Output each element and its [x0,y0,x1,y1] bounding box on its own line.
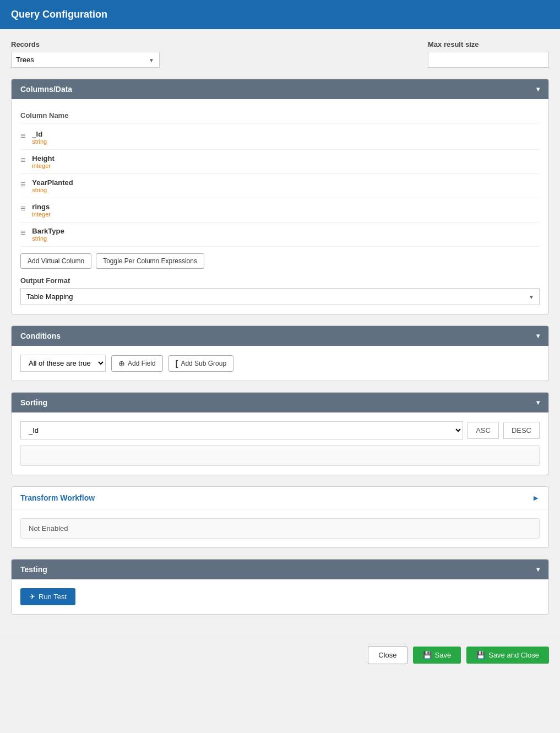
asc-button[interactable]: ASC [467,422,499,439]
run-test-button[interactable]: ✈ Run Test [20,588,75,605]
transform-panel-title: Transform Workflow [20,493,95,502]
conditions-panel-header: Conditions ▾ [12,326,548,346]
column-name-header: Column Name [20,108,540,123]
columns-panel: Columns/Data ▾ Column Name ≡ _Id string … [11,79,549,314]
conditions-panel-arrow: ▾ [536,332,540,340]
column-name: YearPlanted [32,178,73,187]
sorting-panel: Sorting ▾ _Id ASC DESC [11,392,549,475]
save-and-close-button[interactable]: 💾 Save and Close [466,647,549,664]
drag-handle-icon[interactable]: ≡ [20,227,25,238]
testing-panel-arrow: ▾ [536,566,540,573]
transform-workflow-panel: Transform Workflow ► Not Enabled [11,486,549,548]
sorting-panel-body: _Id ASC DESC [12,412,548,475]
column-info: BarkType string [32,227,64,242]
toggle-per-column-button[interactable]: Toggle Per Column Expressions [96,253,204,269]
save-icon: 💾 [423,651,432,659]
column-info: rings integer [32,203,51,218]
drag-handle-icon[interactable]: ≡ [20,154,25,165]
desc-button[interactable]: DESC [503,422,540,439]
not-enabled-status: Not Enabled [20,518,540,539]
column-type: string [32,187,73,193]
testing-panel-header: Testing ▾ [12,560,548,579]
columns-panel-title: Columns/Data [20,85,72,94]
records-group: Records Trees [11,40,160,68]
sort-field-select[interactable]: _Id [20,421,463,439]
table-row: ≡ _Id string [20,126,540,150]
columns-panel-body: Column Name ≡ _Id string ≡ Height intege… [12,99,548,314]
columns-panel-header: Columns/Data ▾ [12,79,548,99]
columns-buttons: Add Virtual Column Toggle Per Column Exp… [20,253,540,269]
testing-panel: Testing ▾ ✈ Run Test [11,559,549,615]
table-row: ≡ rings integer [20,198,540,222]
close-button[interactable]: Close [368,646,407,664]
paper-plane-icon: ✈ [29,593,35,601]
transform-panel-body: Not Enabled [12,509,548,547]
conditions-panel-title: Conditions [20,332,61,340]
save-close-icon: 💾 [476,651,485,659]
drag-handle-icon[interactable]: ≡ [20,203,25,214]
columns-panel-arrow: ▾ [536,85,540,93]
max-result-group: Max result size [428,40,549,68]
max-result-input[interactable] [428,52,549,68]
transform-panel-arrow: ► [532,493,540,502]
table-row: ≡ YearPlanted string [20,174,540,198]
add-virtual-column-button[interactable]: Add Virtual Column [20,253,91,269]
page-title: Query Configuration [11,9,107,20]
column-name: BarkType [32,227,64,235]
add-field-icon: ⊕ [118,359,125,368]
output-format-label: Output Format [20,276,540,285]
sorting-panel-title: Sorting [20,398,47,407]
sorting-panel-arrow: ▾ [536,399,540,406]
add-sub-group-button[interactable]: [ Add Sub Group [168,355,233,372]
sort-empty-row [20,445,540,466]
sorting-row: _Id ASC DESC [20,421,540,439]
column-name: Height [32,154,54,162]
all-of-these-select[interactable]: All of these are true [20,355,106,372]
conditions-panel: Conditions ▾ All of these are true ⊕ Add… [11,325,549,381]
sub-group-icon: [ [176,359,178,368]
footer: Close 💾 Save 💾 Save and Close [0,637,560,673]
records-select[interactable]: Trees [11,52,160,68]
column-type: integer [32,162,54,169]
page-header: Query Configuration [0,0,560,29]
column-info: YearPlanted string [32,178,73,193]
drag-handle-icon[interactable]: ≡ [20,130,25,141]
column-type: string [32,138,47,145]
max-result-label: Max result size [428,40,549,48]
sorting-panel-header: Sorting ▾ [12,393,548,412]
transform-panel-header[interactable]: Transform Workflow ► [12,487,548,509]
column-name: _Id [32,130,47,138]
drag-handle-icon[interactable]: ≡ [20,178,25,189]
add-field-button[interactable]: ⊕ Add Field [111,355,163,372]
column-info: _Id string [32,130,47,145]
table-row: ≡ Height integer [20,150,540,174]
save-button[interactable]: 💾 Save [413,647,461,664]
output-format-select[interactable]: Table Mapping [20,288,540,305]
records-label: Records [11,40,160,48]
column-type: string [32,235,64,242]
table-row: ≡ BarkType string [20,222,540,247]
column-type: integer [32,211,51,218]
testing-panel-body: ✈ Run Test [12,579,548,614]
column-info: Height integer [32,154,54,169]
records-row: Records Trees Max result size [11,40,549,68]
testing-panel-title: Testing [20,565,47,574]
column-name: rings [32,203,51,211]
conditions-panel-body: All of these are true ⊕ Add Field [ Add … [12,346,548,381]
